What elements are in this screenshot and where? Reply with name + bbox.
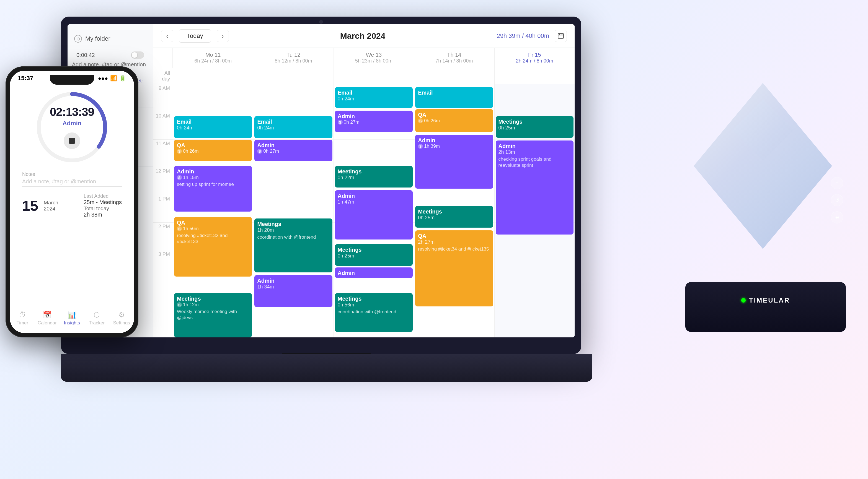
allday-mo — [173, 68, 253, 84]
settings-tab-label: Settings — [113, 320, 130, 326]
laptop-base — [61, 354, 592, 382]
event-tu-email[interactable]: Email 0h 24m — [254, 116, 332, 138]
notes-label: Notes — [22, 171, 122, 177]
day-col-mo: Mo 11 6h 24m / 8h 00m — [173, 48, 253, 68]
hours-logged: 29h 39m / 40h 00m — [497, 32, 549, 39]
device-btn-3[interactable]: ⊖ — [831, 211, 843, 224]
tab-settings[interactable]: ⚙ Settings — [109, 309, 134, 328]
notes-input[interactable]: Add a note, #tag or @mention — [22, 178, 122, 187]
event-fr-admin[interactable]: Admin 2h 13m checking sprint goals and r… — [496, 140, 574, 235]
sidebar-folder-header: ⊙ My folder — [67, 31, 153, 46]
nav-next-btn[interactable]: › — [217, 30, 229, 42]
phone-status-icons: ●●● 📶 🔋 — [98, 75, 126, 81]
timeslot-11am: 11 AM — [153, 140, 173, 167]
day-col-th: Th 14 7h 14m / 8h 00m — [414, 48, 494, 68]
tab-calendar[interactable]: 📅 Calendar — [35, 309, 60, 328]
event-th-admin[interactable]: Admin S 1h 39m — [415, 135, 493, 189]
day-col-we: We 13 5h 23m / 8h 00m — [334, 48, 414, 68]
day-col-tu-grid: Email 0h 24m Admin S 0h 27m Meetings 1h … — [253, 84, 333, 337]
phone-notes-section: Notes Add a note, #tag or @mention — [16, 169, 128, 190]
time-grid: 9 AM 10 AM 11 AM 12 PM 1 PM 2 PM 3 PM — [153, 84, 575, 337]
event-th-meetings[interactable]: Meetings 0h 25m — [415, 206, 493, 228]
event-tu-admin[interactable]: Admin S 0h 27m — [254, 140, 332, 161]
phone-notch — [50, 75, 94, 84]
allday-tu — [253, 68, 333, 84]
event-mo-qa2[interactable]: QA S 1h 56m resolving #ticket132 and #ti… — [174, 217, 252, 277]
event-we-meetings2[interactable]: Meetings 0h 25m — [335, 244, 413, 266]
timeular-device: TIMEULAR ↑ ↺ ⊖ — [672, 83, 860, 332]
insights-tab-label: Insights — [64, 320, 80, 326]
event-we-meetings3[interactable]: Meetings 0h 56m coordination with @front… — [335, 293, 413, 332]
event-th-qa2[interactable]: QA 2h 27m resolving #ticket34 and #ticke… — [415, 230, 493, 306]
day-col-th-grid: Email QA S 0h 26m Admin S 1h 39m Meeting… — [414, 84, 494, 337]
allday-label: All day — [153, 68, 173, 84]
calendar-tab-label: Calendar — [38, 320, 57, 326]
event-we-email[interactable]: Email 0h 24m — [335, 87, 413, 108]
tab-tracker[interactable]: ⬡ Tracker — [85, 309, 109, 328]
device-diamond-shape — [693, 83, 832, 249]
tab-insights[interactable]: 📊 Insights — [60, 309, 85, 328]
device-side-buttons: ↑ ↺ ⊖ — [831, 177, 843, 224]
phone-tabbar: ⏱ Timer 📅 Calendar 📊 Insights ⬡ Tracker … — [10, 306, 134, 333]
phone-month-year: March 2024 — [44, 200, 58, 212]
device-brand-name: TIMEULAR — [749, 297, 790, 304]
timer-activity-label: Admin — [50, 120, 94, 127]
timer-tab-label: Timer — [16, 320, 28, 326]
timer-time: 02:13:39 — [50, 105, 94, 118]
calendar-title: March 2024 — [235, 31, 491, 41]
tracker-tab-label: Tracker — [89, 320, 104, 326]
last-added-value: 25m - Meetings — [84, 199, 122, 205]
svg-rect-2 — [558, 33, 563, 38]
day-col-we-grid: Email 0h 24m Admin S 0h 27m Meetings 0h … — [334, 84, 414, 337]
timeslot-10am: 10 AM — [153, 112, 173, 140]
event-th-qa[interactable]: QA S 0h 26m — [415, 109, 493, 132]
allday-we — [334, 68, 414, 84]
calendar-tab-icon: 📅 — [42, 311, 52, 319]
event-mo-email[interactable]: Email 0h 24m — [174, 116, 252, 138]
day-col-fr-grid: Meetings 0h 25m Admin 2h 13m checking sp… — [494, 84, 575, 337]
stop-icon — [69, 138, 75, 144]
timer-stop-button[interactable] — [64, 133, 80, 149]
sidebar-toggle[interactable] — [131, 52, 144, 59]
phone-day-number: 15 — [22, 199, 38, 213]
insights-tab-icon: 📊 — [67, 311, 76, 319]
calendar-main: ‹ Today › March 2024 29h 39m / 40h 00m — [153, 24, 575, 337]
device-btn-2[interactable]: ↺ — [831, 194, 843, 206]
device-diamond-inner — [733, 100, 793, 161]
tab-timer[interactable]: ⏱ Timer — [10, 309, 35, 328]
event-mo-meetings[interactable]: Meetings S 1h 12m Weekly momee meeting w… — [174, 293, 252, 337]
timer-ring: 02:13:39 Admin — [33, 89, 111, 166]
device-led — [741, 298, 746, 303]
day-col-tu: Tu 12 8h 12m / 8h 00m — [253, 48, 333, 68]
event-we-admin[interactable]: Admin S 0h 27m — [335, 111, 413, 132]
event-tu-admin2[interactable]: Admin 1h 34m — [254, 275, 332, 307]
tracker-tab-icon: ⬡ — [94, 311, 100, 319]
sidebar-time-value: 0:00:42 — [76, 52, 95, 58]
event-mo-qa[interactable]: QA S 0h 26m — [174, 140, 252, 161]
total-today-label: Total today — [84, 205, 122, 212]
allday-row: All day — [153, 68, 575, 84]
phone-totals: Last Added 25m - Meetings Total today 2h… — [84, 193, 122, 218]
timeslot-12pm: 12 PM — [153, 167, 173, 195]
sidebar-time-row: 0:00:42 — [72, 49, 149, 61]
event-tu-meetings[interactable]: Meetings 1h 20m coordination with @front… — [254, 218, 332, 272]
event-mo-admin[interactable]: Admin S 1h 15m setting up sprint for mom… — [174, 166, 252, 212]
calendar-view-toggle[interactable] — [555, 30, 567, 42]
allday-th — [414, 68, 494, 84]
timeslot-1pm: 1 PM — [153, 195, 173, 223]
event-we-admin3[interactable]: Admin — [335, 267, 413, 278]
last-added-label: Last Added — [84, 193, 122, 199]
device-btn-1[interactable]: ↑ — [831, 177, 843, 189]
laptop-screen: ⊙ My folder 0:00:42 Recently used custom… — [67, 24, 575, 337]
nav-prev-btn[interactable]: ‹ — [161, 30, 173, 42]
event-th-email[interactable]: Email — [415, 87, 493, 108]
device-base: TIMEULAR — [685, 282, 846, 332]
time-col: 9 AM 10 AM 11 AM 12 PM 1 PM 2 PM 3 PM — [153, 84, 173, 337]
timeslot-3pm: 3 PM — [153, 250, 173, 278]
event-we-admin2[interactable]: Admin 1h 47m — [335, 190, 413, 240]
event-we-meetings[interactable]: Meetings 0h 22m — [335, 166, 413, 187]
today-btn[interactable]: Today — [179, 29, 211, 43]
day-col-fr: Fr 15 2h 24m / 8h 00m — [494, 48, 575, 68]
event-fr-meetings[interactable]: Meetings 0h 25m — [496, 116, 574, 138]
device-brand-label: TIMEULAR — [741, 297, 790, 304]
